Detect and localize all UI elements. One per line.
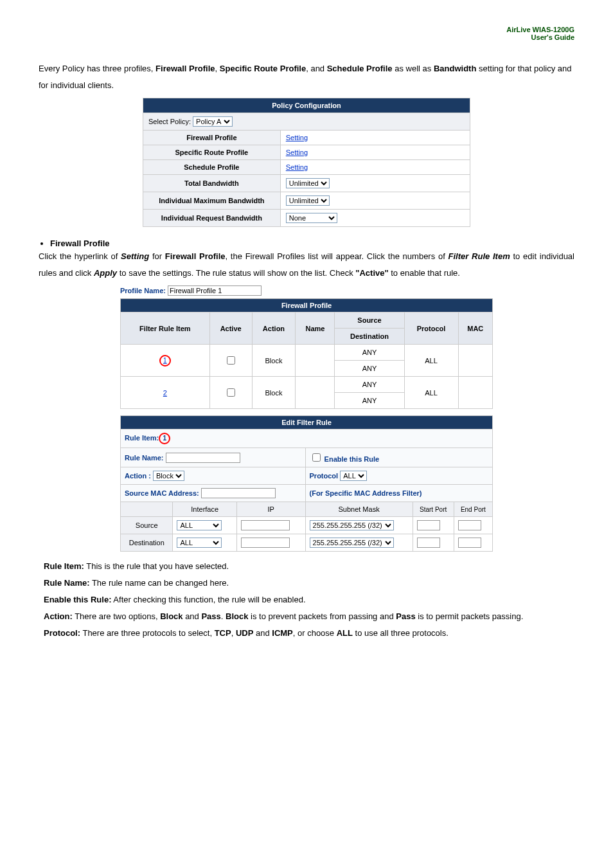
- col-name: Name: [296, 312, 335, 345]
- policy-config-table: Policy Configuration Select Policy: Poli…: [143, 98, 470, 227]
- field-notes: Rule Item: This is the rule that you hav…: [44, 558, 574, 642]
- action-select[interactable]: Block: [153, 471, 184, 481]
- rule-1-name: [296, 345, 335, 377]
- rule-2-action: Block: [252, 377, 296, 409]
- dst-iface-select[interactable]: ALL: [177, 538, 222, 548]
- dst-mask-select[interactable]: 255.255.255.255 (/32): [310, 538, 394, 548]
- row-reqbw-label: Individual Request Bandwidth: [143, 210, 281, 227]
- firewall-description: Click the hyperlink of Setting for Firew…: [39, 248, 574, 282]
- rule-item-1-link[interactable]: 1: [159, 355, 171, 366]
- mask-head: Subnet Mask: [305, 502, 413, 517]
- rule-1-action: Block: [252, 345, 296, 377]
- src-start-input[interactable]: [417, 520, 440, 530]
- rule-item-2-link[interactable]: 2: [163, 389, 167, 397]
- ip-head: IP: [236, 502, 305, 517]
- rule-1-src: ANY: [335, 345, 404, 361]
- src-iface-select[interactable]: ALL: [177, 520, 222, 530]
- blank-head: [121, 502, 173, 517]
- total-bw-select[interactable]: Unlimited: [286, 178, 330, 188]
- route-setting-link[interactable]: Setting: [286, 149, 308, 156]
- rule-1-proto: ALL: [404, 345, 458, 377]
- mac-input[interactable]: [201, 488, 276, 498]
- rule-name-input[interactable]: [166, 453, 240, 463]
- doc-name: User's Guide: [531, 33, 574, 41]
- start-head: Start Port: [413, 502, 454, 517]
- select-policy-row: Select Policy: Policy A: [143, 113, 470, 131]
- policy-config-title: Policy Configuration: [143, 98, 470, 113]
- firewall-setting-link[interactable]: Setting: [286, 134, 308, 141]
- src-ip-input[interactable]: [241, 520, 290, 530]
- firewall-table-title: Firewall Profile: [121, 299, 493, 312]
- src-row-label: Source: [121, 517, 173, 534]
- rule-item-row: Rule Item:1: [121, 429, 493, 448]
- rule-2-dst: ANY: [335, 393, 404, 409]
- col-filter-rule: Filter Rule Item: [121, 312, 210, 345]
- row-route-label: Specific Route Profile: [143, 145, 281, 160]
- row-totalbw-label: Total Bandwidth: [143, 175, 281, 192]
- dst-ip-input[interactable]: [241, 538, 290, 548]
- row-maxbw-label: Individual Maximum Bandwidth: [143, 192, 281, 210]
- dst-start-input[interactable]: [417, 538, 440, 548]
- firewall-profile-table: Firewall Profile Filter Rule Item Active…: [120, 298, 493, 409]
- rule-2-proto: ALL: [404, 377, 458, 409]
- mac-cell: Source MAC Address:: [121, 485, 306, 502]
- col-source: Source: [335, 312, 404, 329]
- enable-rule-checkbox[interactable]: [312, 453, 321, 462]
- edit-filter-table: Edit Filter Rule Rule Item:1 Rule Name: …: [120, 415, 493, 552]
- page-header: AirLive WIAS-1200G User's Guide: [39, 26, 574, 41]
- src-end-input[interactable]: [458, 520, 481, 530]
- rule-name-cell: Rule Name:: [121, 448, 306, 467]
- max-bw-select[interactable]: Unlimited: [286, 195, 330, 206]
- rule-1-mac: [458, 345, 492, 377]
- dst-end-input[interactable]: [458, 538, 481, 548]
- end-head: End Port: [454, 502, 492, 517]
- protocol-select[interactable]: ALL: [340, 471, 367, 481]
- col-destination: Destination: [335, 329, 404, 345]
- intro-paragraph: Every Policy has three profiles, Firewal…: [39, 60, 574, 94]
- rule-item-num: 1: [159, 433, 170, 444]
- firewall-bullet: Firewall Profile: [39, 239, 574, 248]
- mac-note: (For Specific MAC Address Filter): [305, 485, 492, 502]
- rule-2-mac: [458, 377, 492, 409]
- rule-2-name: [296, 377, 335, 409]
- row-firewall-label: Firewall Profile: [143, 131, 281, 145]
- col-active: Active: [209, 312, 252, 345]
- product-name: AirLive WIAS-1200G: [506, 26, 574, 33]
- dst-row-label: Destination: [121, 534, 173, 552]
- action-cell: Action : Block: [121, 467, 306, 485]
- col-action: Action: [252, 312, 296, 345]
- rule-2-active-checkbox[interactable]: [227, 388, 235, 397]
- req-bw-select[interactable]: None: [286, 213, 337, 223]
- iface-head: Interface: [173, 502, 236, 517]
- edit-filter-title: Edit Filter Rule: [121, 416, 493, 429]
- rule-2-src: ANY: [335, 377, 404, 393]
- rule-1-dst: ANY: [335, 361, 404, 377]
- src-mask-select[interactable]: 255.255.255.255 (/32): [310, 520, 394, 530]
- rule-1-active-checkbox[interactable]: [227, 356, 235, 365]
- enable-rule-cell: Enable this Rule: [305, 448, 492, 467]
- col-protocol: Protocol: [404, 312, 458, 345]
- row-schedule-label: Schedule Profile: [143, 160, 281, 175]
- schedule-setting-link[interactable]: Setting: [286, 163, 308, 171]
- select-policy-dropdown[interactable]: Policy A: [193, 116, 233, 127]
- protocol-cell: Protocol ALL: [305, 467, 492, 485]
- profile-name-input[interactable]: [168, 285, 262, 296]
- col-mac: MAC: [458, 312, 492, 345]
- profile-name-row: Profile Name:: [120, 285, 493, 296]
